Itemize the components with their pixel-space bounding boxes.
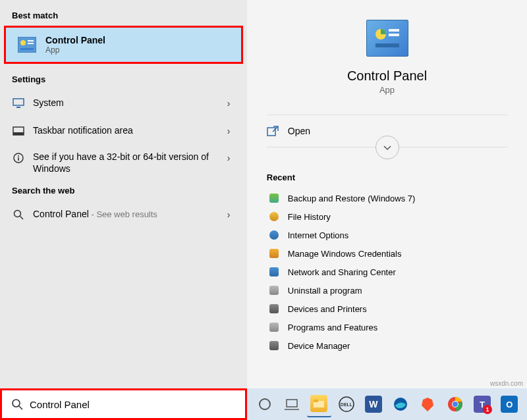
svg-rect-8 <box>13 132 24 135</box>
svg-point-12 <box>14 211 21 217</box>
svg-point-21 <box>260 399 270 409</box>
recent-item[interactable]: Backup and Restore (Windows 7) <box>267 189 508 207</box>
internet-options-icon <box>267 229 281 241</box>
notification-badge: 1 <box>483 405 492 414</box>
svg-rect-11 <box>18 157 19 161</box>
recent-item[interactable]: Manage Windows Credentials <box>267 244 508 263</box>
svg-point-19 <box>13 400 20 407</box>
settings-item-32-64-bit[interactable]: See if you have a 32-bit or 64-bit versi… <box>0 145 247 182</box>
taskbar-icon <box>12 126 25 136</box>
taskbar-outlook[interactable]: O <box>497 391 522 417</box>
search-results-panel: Best match Control Panel App Settings Sy… <box>0 0 247 388</box>
file-explorer-icon <box>310 395 327 412</box>
chrome-icon <box>447 396 464 413</box>
recent-item[interactable]: Devices and Printers <box>267 300 508 318</box>
taskbar-brave[interactable] <box>416 391 440 417</box>
chevron-right-icon: › <box>222 126 235 136</box>
uninstall-icon <box>267 284 281 296</box>
cortana-icon <box>256 396 273 413</box>
chevron-right-icon: › <box>222 209 235 220</box>
devices-printers-icon <box>267 303 281 315</box>
taskbar-edge[interactable] <box>388 391 412 417</box>
best-match-result[interactable]: Control Panel App <box>4 26 243 64</box>
settings-item-taskbar[interactable]: Taskbar notification area › <box>0 117 247 145</box>
svg-line-20 <box>19 406 22 409</box>
search-box[interactable]: Control Panel <box>0 388 247 420</box>
preview-title: Control Panel <box>347 68 427 84</box>
settings-label: See if you have a 32-bit or 64-bit versi… <box>33 151 222 174</box>
teams-icon: T1 <box>474 396 491 413</box>
recent-item[interactable]: Internet Options <box>267 226 508 244</box>
taskbar-teams[interactable]: T1 <box>470 391 494 417</box>
chevron-right-icon: › <box>222 98 235 109</box>
control-panel-icon <box>18 37 36 53</box>
recent-item[interactable]: Network and Sharing Center <box>267 263 508 281</box>
svg-rect-4 <box>20 48 34 50</box>
word-icon: W <box>365 396 382 413</box>
credentials-icon <box>267 248 281 259</box>
svg-rect-16 <box>389 34 399 36</box>
svg-point-31 <box>453 402 458 407</box>
network-icon <box>267 266 281 278</box>
control-panel-large-icon <box>366 20 408 57</box>
taskbar: DELL W T1 O <box>247 388 527 420</box>
best-match-header: Best match <box>0 7 247 26</box>
svg-rect-2 <box>28 40 34 41</box>
taskbar-chrome[interactable] <box>443 391 467 417</box>
best-match-title: Control Panel <box>45 35 105 45</box>
svg-rect-5 <box>13 99 24 105</box>
file-history-icon <box>267 211 281 223</box>
svg-rect-25 <box>314 400 318 402</box>
svg-rect-17 <box>375 43 399 47</box>
settings-header: Settings <box>0 70 247 90</box>
svg-rect-22 <box>287 400 297 407</box>
taskbar-explorer[interactable] <box>307 391 331 417</box>
backup-icon <box>267 192 281 204</box>
dell-icon: DELL <box>338 396 355 413</box>
svg-point-1 <box>20 40 26 45</box>
outlook-icon: O <box>501 396 518 413</box>
search-icon <box>12 209 25 220</box>
svg-rect-6 <box>16 107 20 108</box>
chevron-down-icon <box>383 143 392 152</box>
web-label: Control Panel - See web results <box>33 209 222 221</box>
settings-item-system[interactable]: System › <box>0 90 247 117</box>
preview-panel: Control Panel App Open Recent Backup and… <box>247 0 527 388</box>
search-text: Control Panel <box>30 399 90 410</box>
settings-label: Taskbar notification area <box>33 125 222 137</box>
svg-rect-18 <box>267 128 275 136</box>
device-manager-icon <box>267 340 281 352</box>
svg-rect-15 <box>389 29 399 32</box>
svg-rect-0 <box>18 37 36 53</box>
expand-button[interactable] <box>375 136 399 159</box>
recent-header: Recent <box>267 169 508 189</box>
best-match-subtitle: App <box>45 45 105 55</box>
taskbar-cortana[interactable] <box>252 391 277 417</box>
web-header: Search the web <box>0 182 247 201</box>
search-icon <box>11 398 23 410</box>
taskbar-dell[interactable]: DELL <box>334 391 358 417</box>
info-icon <box>12 153 25 163</box>
taskbar-word[interactable]: W <box>361 391 385 417</box>
watermark: wsxdn.com <box>490 380 523 387</box>
programs-features-icon <box>267 321 281 333</box>
svg-rect-3 <box>28 43 34 44</box>
monitor-icon <box>12 98 25 109</box>
svg-text:DELL: DELL <box>340 402 352 407</box>
recent-item[interactable]: Device Manager <box>267 336 508 355</box>
recent-item[interactable]: Uninstall a program <box>267 281 508 300</box>
open-icon <box>267 126 279 136</box>
recent-item[interactable]: File History <box>267 207 508 226</box>
settings-label: System <box>33 97 222 109</box>
svg-line-13 <box>20 217 24 220</box>
recent-item[interactable]: Programs and Features <box>267 318 508 336</box>
taskbar-taskview[interactable] <box>279 391 304 417</box>
svg-point-10 <box>18 155 19 157</box>
open-label: Open <box>288 126 310 136</box>
brave-icon <box>419 396 436 413</box>
web-result[interactable]: Control Panel - See web results › <box>0 201 247 228</box>
edge-icon <box>392 396 409 413</box>
taskview-icon <box>283 396 300 413</box>
preview-subtitle: App <box>379 85 395 95</box>
chevron-right-icon: › <box>222 153 235 163</box>
